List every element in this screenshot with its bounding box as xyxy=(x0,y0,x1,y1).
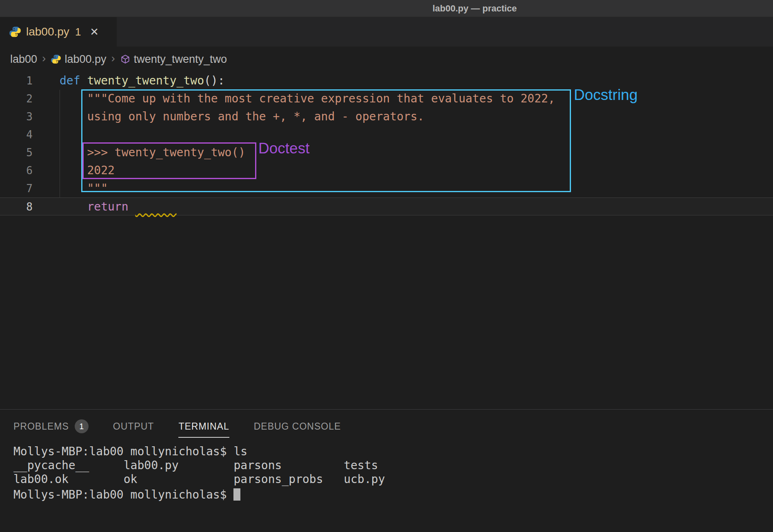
code-text: 2022 xyxy=(60,162,115,180)
line-number: 4 xyxy=(0,126,33,144)
panel-tab-label: PROBLEMS xyxy=(13,421,69,432)
panel-tab-debug-console[interactable]: DEBUG CONSOLE xyxy=(254,421,341,438)
panel-tab-output[interactable]: OUTPUT xyxy=(113,421,154,438)
panel-tab-problems[interactable]: PROBLEMS1 xyxy=(13,419,89,439)
breadcrumb: lab00 › lab00.py › twenty_twenty_two xyxy=(0,47,773,72)
code-line: 2 """Come up with the most creative expr… xyxy=(0,90,773,108)
panel-tab-label: DEBUG CONSOLE xyxy=(254,421,341,432)
panel-tab-label: TERMINAL xyxy=(178,421,229,432)
problems-count-badge: 1 xyxy=(75,419,89,433)
code-line: 6 2022 xyxy=(0,162,773,180)
code-text: using only numbers and the +, *, and - o… xyxy=(60,108,424,126)
code-line: 5 >>> twenty_twenty_two() xyxy=(0,144,773,162)
line-number: 8 xyxy=(0,198,33,215)
tab-problems-badge: 1 xyxy=(75,26,81,38)
terminal-cursor xyxy=(233,488,240,501)
code-text: """ xyxy=(60,180,108,197)
code-line: 4 xyxy=(0,126,773,144)
code-text: >>> twenty_twenty_two() xyxy=(60,144,245,162)
tab-lab00[interactable]: lab00.py 1 ✕ xyxy=(0,17,117,47)
line-number: 7 xyxy=(0,180,33,197)
panel-tab-label: OUTPUT xyxy=(113,421,154,432)
line-number: 5 xyxy=(0,144,33,162)
breadcrumb-file[interactable]: lab00.py xyxy=(64,53,106,66)
python-icon xyxy=(51,54,61,64)
line-number: 3 xyxy=(0,108,33,126)
chevron-right-icon: › xyxy=(42,52,46,65)
breadcrumb-folder[interactable]: lab00 xyxy=(10,53,37,66)
panel-tab-terminal[interactable]: TERMINAL xyxy=(178,421,229,438)
code-line: 1def twenty_twenty_two(): xyxy=(0,72,773,90)
code-line: 3 using only numbers and the +, *, and -… xyxy=(0,108,773,126)
breadcrumb-symbol[interactable]: twenty_twenty_two xyxy=(134,53,227,66)
code-text: return xyxy=(60,198,177,215)
editor-lines: 1def twenty_twenty_two():2 """Come up wi… xyxy=(0,72,773,215)
symbol-module-icon xyxy=(120,54,131,64)
tab-label: lab00.py xyxy=(26,25,69,38)
code-text: """Come up with the most creative expres… xyxy=(60,90,555,108)
bottom-panel: PROBLEMS1OUTPUTTERMINALDEBUG CONSOLE Mol… xyxy=(0,409,773,532)
chevron-right-icon: › xyxy=(111,52,115,65)
line-number: 1 xyxy=(0,72,33,90)
code-editor[interactable]: 1def twenty_twenty_two():2 """Come up wi… xyxy=(0,72,773,409)
line-number: 2 xyxy=(0,90,33,108)
window-title: lab00.py — practice xyxy=(433,3,517,14)
code-line: 8 return xyxy=(0,197,773,215)
title-bar: lab00.py — practice xyxy=(0,0,773,17)
panel-tab-bar: PROBLEMS1OUTPUTTERMINALDEBUG CONSOLE xyxy=(0,410,773,439)
tab-bar: lab00.py 1 ✕ xyxy=(0,17,773,47)
code-text: def twenty_twenty_two(): xyxy=(60,72,225,90)
terminal-output[interactable]: Mollys-MBP:lab00 mollynicholas$ ls __pyc… xyxy=(13,445,385,502)
python-icon xyxy=(9,26,21,38)
close-icon[interactable]: ✕ xyxy=(90,26,99,38)
line-number: 6 xyxy=(0,162,33,180)
code-line: 7 """ xyxy=(0,180,773,197)
